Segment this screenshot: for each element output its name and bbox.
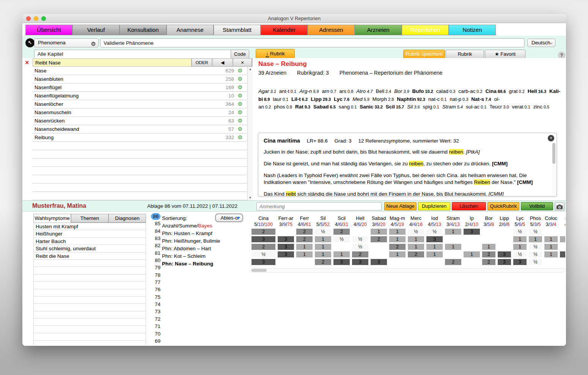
gear-icon[interactable]: ⚙	[237, 133, 242, 141]
remedy-entry[interactable]: calad0.3	[436, 88, 459, 94]
rubric-row[interactable]	[33, 184, 247, 192]
rubric-search-input[interactable]	[33, 58, 192, 67]
detail-scrollbar[interactable]	[552, 143, 556, 195]
pointer-icon[interactable]: ↖	[25, 38, 35, 47]
remedy-entry[interactable]: laur0.1	[273, 96, 291, 102]
remedy-entry[interactable]: nat-p0.3	[450, 96, 471, 102]
symptom-row[interactable]: Heißhunger	[33, 230, 146, 237]
rubric-row[interactable]	[33, 150, 247, 158]
ablage-number[interactable]: 69	[148, 337, 163, 345]
remedy-column-header[interactable]: Hell	[351, 215, 369, 221]
rubric-row[interactable]	[33, 142, 247, 150]
ablage-number[interactable]: 86	[148, 213, 163, 220]
symptom-row[interactable]	[33, 326, 146, 333]
ablage-number[interactable]: 77	[148, 279, 163, 286]
remedy-entry[interactable]: Teucr3.0	[489, 104, 512, 110]
patient-button-duplizieren[interactable]: Duplizieren	[418, 202, 450, 210]
remedy-column-header[interactable]: Mag-m	[388, 215, 407, 221]
tab-anamnese[interactable]: Anamnese	[167, 25, 214, 35]
rubric-row[interactable]: Nasenflügel169⚙	[33, 83, 247, 92]
rubric-row[interactable]: Nasenlöcher364⚙	[33, 100, 247, 108]
ablage-number[interactable]: 74	[148, 301, 163, 308]
symptom-row[interactable]	[33, 267, 146, 274]
symptom-row[interactable]	[33, 333, 146, 340]
tab-kalender[interactable]: Kalender	[261, 25, 308, 35]
remedy-column-header[interactable]: Merc	[407, 215, 425, 221]
remedy-entry[interactable]: Bell2.4	[376, 88, 394, 94]
code-button[interactable]: Code	[231, 50, 249, 58]
remedy-column-header[interactable]: D	[559, 215, 565, 221]
tab-repertorien[interactable]: Repertorien	[402, 25, 449, 35]
remedy-column-header[interactable]: Cina	[250, 215, 277, 221]
remedy-column-header[interactable]: Coloc	[543, 215, 559, 221]
close-icon[interactable]: ×	[548, 135, 554, 141]
gear-icon[interactable]: ⚙	[237, 117, 242, 125]
remedy-column-header[interactable]: Lyc	[512, 215, 528, 221]
note-input[interactable]	[256, 202, 382, 210]
remedy-entry[interactable]: Sanic33.2	[360, 104, 385, 110]
gear-icon[interactable]: ⚙	[91, 40, 96, 48]
rubric-row[interactable]	[33, 167, 247, 175]
case-tab-themen[interactable]: Themen	[71, 214, 108, 223]
ablage-number[interactable]: 73	[148, 308, 163, 315]
remedy-entry[interactable]: Med5.9	[352, 96, 373, 102]
remedy-column-header[interactable]: Iod	[425, 215, 444, 221]
tab-arzneien[interactable]: Arzneien	[355, 25, 402, 35]
symptom-row[interactable]	[33, 297, 146, 304]
symptom-row[interactable]	[33, 304, 146, 311]
ablage-number[interactable]: 76	[148, 286, 163, 293]
symptom-row[interactable]	[33, 289, 146, 297]
repertory-title-field[interactable]	[100, 38, 525, 47]
sort-item[interactable]: Phn: Kot – Schleim	[162, 253, 251, 260]
symptom-row[interactable]	[33, 260, 146, 267]
edit-rubrik-button[interactable]: Rubrik bearbeiten	[446, 50, 484, 58]
chapter-filter-field[interactable]	[34, 50, 231, 58]
patient-button-neue-ablage[interactable]: Neue Ablage	[384, 202, 417, 210]
remedy-entry[interactable]: Sabad6.5	[313, 104, 339, 110]
remedy-entry[interactable]: Naphtin92.3	[397, 96, 428, 102]
rubric-row[interactable]: Nasenscheidewand57⚙	[33, 125, 247, 133]
sort-item[interactable]: Anzahl/Summe/Bayes	[162, 222, 251, 230]
sort-item[interactable]: Phn: Heißhunger, Bulimie	[162, 237, 251, 245]
remedy-column-header[interactable]: Stram	[444, 215, 462, 221]
detail-scroll-thumb[interactable]	[552, 143, 555, 164]
rubric-row[interactable]: Reibung332⚙	[33, 133, 247, 142]
ablage-number[interactable]: 72	[148, 315, 163, 323]
symptom-row[interactable]	[33, 311, 146, 319]
tab-konsultation[interactable]: Konsultation	[119, 25, 167, 35]
remedy-entry[interactable]: Lyc7.6	[334, 96, 352, 102]
remedy-entry[interactable]: phos0.8	[274, 104, 295, 110]
remedy-entry[interactable]: verat0.1	[512, 104, 533, 110]
sort-item[interactable]: Phn: Nase – Reibung	[162, 260, 251, 268]
gear-icon[interactable]: ⚙	[237, 92, 242, 100]
sort-item[interactable]: Phn: Abdomen – Hart	[162, 245, 251, 253]
gear-icon[interactable]: ⚙	[237, 67, 242, 75]
remedy-entry[interactable]: Bor3.9	[394, 88, 412, 94]
sort-dropdown[interactable]: Abies-c	[215, 213, 243, 222]
rubric-row[interactable]	[33, 175, 247, 184]
remedy-column-header[interactable]: Bor	[481, 215, 497, 221]
remedy-entry[interactable]: Lipp29.3	[311, 96, 334, 102]
ablage-number[interactable]: 84	[148, 228, 163, 235]
patient-button-quickrubrik[interactable]: QuickRubrik	[487, 202, 519, 210]
remedy-entry[interactable]: sang0.1	[339, 104, 360, 110]
gear-icon[interactable]: ⚙	[237, 75, 242, 83]
remedy-entry[interactable]: Morph2.8	[373, 96, 397, 102]
remedy-entry[interactable]: Lil-t6.2	[291, 96, 311, 102]
rubric-row[interactable]: Nasenbluten258⚙	[33, 75, 247, 83]
ablage-number[interactable]: 70	[148, 330, 163, 337]
rubric-row[interactable]	[33, 192, 247, 200]
remedy-entry[interactable]: carb-ac0.2	[458, 88, 485, 94]
ablage-number[interactable]: 71	[148, 323, 163, 330]
oder-button[interactable]: ODER	[192, 58, 212, 67]
symptom-row[interactable]: Stuhl schleimig, unverdaut	[33, 245, 146, 252]
remedy-entry[interactable]: Cina88.6	[486, 88, 509, 94]
remedy-entry[interactable]: Arg-n5.9	[299, 88, 322, 94]
tab-adressen[interactable]: Adressen	[308, 25, 355, 35]
rubric-row[interactable]: Nasenmuscheln24⚙	[33, 108, 247, 117]
ablage-number[interactable]: 78	[148, 271, 163, 279]
clear-search-button[interactable]: ×	[233, 58, 252, 67]
remedy-column-header[interactable]: Scil	[332, 215, 351, 221]
remedy-column-header[interactable]: Lipp	[497, 215, 512, 221]
patient-button-löschen[interactable]: Löschen	[452, 202, 486, 210]
